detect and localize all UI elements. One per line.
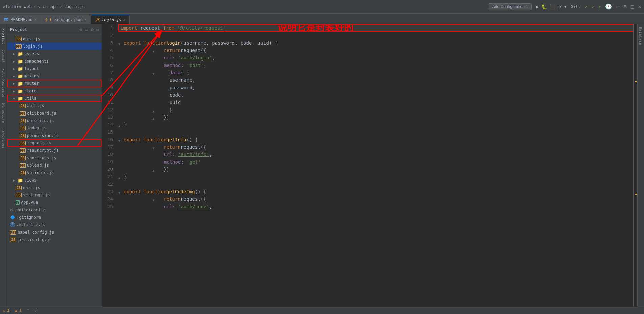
tree-item-shortcuts-js[interactable]: JS shortcuts.js — [7, 154, 102, 162]
fold-btn-13[interactable]: ▲ — [152, 115, 157, 120]
fold-btn-20[interactable]: ▲ — [152, 167, 157, 172]
more-icon[interactable]: ▾ — [564, 4, 567, 9]
code-line-7: ▼ data: { — [118, 69, 637, 76]
add-configuration-button[interactable]: Add Configuration... — [489, 3, 532, 10]
warning-count: ⚠ 2 — [3, 308, 9, 313]
tree-item-upload-js[interactable]: JS upload.js — [7, 162, 102, 169]
tree-item-datetime-js[interactable]: JS datetime.js — [7, 117, 102, 124]
tree-item-app-vue[interactable]: V App.vue — [7, 199, 102, 206]
tree-item-utils[interactable]: ▼ 📁 utils — [7, 95, 102, 102]
tree-item-jest-config[interactable]: JS jest.config.js — [7, 236, 102, 243]
tab-readme[interactable]: MD README.md ✕ — [0, 15, 41, 24]
code-line-17: ▼ return request({ — [118, 143, 637, 151]
tree-item-components[interactable]: ▶ 📁 components — [7, 57, 102, 65]
js-icon: JS — [20, 163, 26, 168]
sidebar-icon-circle[interactable]: ⊕ — [79, 27, 82, 32]
commit-panel-label[interactable]: Commit — [0, 47, 7, 66]
tab-package[interactable]: { } package.json ✕ — [41, 15, 91, 24]
tab-label-readme: README.md — [10, 17, 32, 22]
tree-item-permission-js[interactable]: JS permission.js — [7, 132, 102, 139]
tree-item-auth-js[interactable]: JS auth.js — [7, 102, 102, 110]
folder-icon: 📁 — [18, 74, 23, 79]
code-line-4: ▼ return request({ — [118, 47, 637, 54]
tree-item-layout[interactable]: ▶ 📁 layout — [7, 65, 102, 72]
code-line-22 — [118, 180, 637, 188]
scrollbar-marker-2 — [635, 194, 637, 195]
tree-label: permission.js — [27, 133, 59, 138]
database-panel-label[interactable]: Database — [638, 24, 644, 48]
breadcrumb-item-2: src — [37, 4, 45, 9]
breadcrumb-item-4: login.js — [64, 4, 85, 9]
tree-item-gitignore[interactable]: 🔷 .gitignore — [7, 214, 102, 221]
code-line-3: ▼export function login(username, passwor… — [118, 39, 637, 47]
scrollbar-marker-1 — [635, 81, 637, 82]
tree-item-views[interactable]: ▶ 📁 views — [7, 176, 102, 184]
git-expand-icon[interactable]: □ — [631, 3, 634, 10]
sidebar-icon-collapse[interactable]: ≡ — [85, 27, 88, 32]
tree-item-login-js[interactable]: JS login.js — [7, 43, 102, 50]
tree-label: auth.js — [27, 103, 44, 108]
fold-btn-14[interactable]: ▲ — [118, 122, 123, 127]
run-debug-icons: ▶ 🐛 ⬛ ↺ ▾ — [536, 4, 567, 9]
pull-requests-panel-label[interactable]: Pull Requests — [0, 66, 7, 100]
line-num-23: 23 — [102, 188, 113, 195]
tree-item-router[interactable]: ▶ 📁 router — [7, 80, 102, 87]
tree-item-rsaencrypt-js[interactable]: JS rsaEncrypt.js — [7, 147, 102, 154]
git-windows-icon[interactable]: ⊞ — [623, 3, 627, 10]
breadcrumb-item-1: eladmin-web — [3, 4, 32, 9]
js-icon: JS — [20, 134, 26, 138]
sidebar-title: Project — [10, 27, 77, 32]
code-editor[interactable]: 1 2 3 4 5 6 7 8 9 10 11 12 13 14 15 16 1… — [102, 24, 637, 307]
sidebar-icon-settings[interactable]: ⚙ — [91, 27, 93, 32]
fold-btn-12[interactable]: ▲ — [152, 107, 157, 112]
tree-item-index-js[interactable]: JS index.js — [7, 124, 102, 132]
favorites-panel-label[interactable]: Favorites — [0, 126, 7, 151]
git-up-icon: ↑ — [598, 4, 601, 9]
tab-close-readme[interactable]: ✕ — [34, 17, 37, 22]
git-undo-icon[interactable]: ↩ — [616, 3, 619, 10]
git-clock-icon[interactable]: 🕐 — [605, 3, 612, 10]
tree-item-eslintrc[interactable]: E .eslintrc.js — [7, 221, 102, 228]
tree-item-main-js[interactable]: JS main.js — [7, 184, 102, 191]
tree-item-babel-config[interactable]: JS babel.config.js — [7, 228, 102, 236]
tree-label: index.js — [27, 126, 47, 130]
tree-item-data-js[interactable]: JS data.js — [7, 35, 102, 43]
status-bar: ⚠ 2 ▲ 1 ^ v — [0, 307, 644, 314]
sidebar-icon-close[interactable]: ✕ — [96, 27, 99, 32]
code-line-15 — [118, 128, 637, 136]
tab-login[interactable]: JS login.js ✕ — [91, 15, 129, 24]
structure-panel-label[interactable]: Structure — [0, 100, 7, 126]
collapse-arrow: ▶ — [13, 178, 18, 182]
tab-close-package[interactable]: ✕ — [85, 17, 87, 22]
fold-btn-21[interactable]: ▲ — [118, 174, 123, 179]
nav-up-icon[interactable]: ^ — [27, 308, 29, 313]
router-wrapper: ▶ 📁 router — [7, 80, 102, 87]
js-icon: JS — [20, 126, 26, 130]
code-line-21: ▲} — [118, 173, 637, 180]
tree-label: .gitignore — [17, 215, 41, 220]
tree-item-settings-js[interactable]: JS settings.js — [7, 191, 102, 199]
debug-icon[interactable]: 🐛 — [541, 4, 547, 9]
git-close-icon[interactable]: ✕ — [638, 3, 641, 10]
project-panel-label[interactable]: Project — [0, 26, 7, 47]
sidebar-content: JS data.js JS login.js ▶ 📁 assets ▶ 📁 co… — [7, 35, 102, 307]
scrollbar[interactable] — [633, 24, 637, 307]
tree-item-mixins[interactable]: ▶ 📁 mixins — [7, 72, 102, 80]
tree-label: babel.config.js — [18, 230, 54, 235]
tab-close-login[interactable]: ✕ — [123, 18, 125, 22]
nav-down-icon[interactable]: v — [34, 308, 37, 313]
tree-item-editorconfig[interactable]: ⚙ .editorconfig — [7, 206, 102, 214]
code-line-20: ▲ }) — [118, 166, 637, 173]
tree-item-clipboard-js[interactable]: JS clipboard.js — [7, 110, 102, 117]
js-icon: JS — [20, 171, 26, 175]
tree-item-request-js[interactable]: JS request.js — [7, 139, 102, 147]
code-line-25: url: 'auth/code', — [118, 203, 637, 210]
tree-label: upload.js — [27, 163, 49, 168]
coverage-icon[interactable]: ⬛ — [550, 4, 555, 9]
tree-item-assets[interactable]: ▶ 📁 assets — [7, 50, 102, 57]
tree-item-store[interactable]: ▶ 📁 store — [7, 87, 102, 95]
run-icon[interactable]: ▶ — [536, 4, 539, 9]
tree-item-validate-js[interactable]: JS validate.js — [7, 169, 102, 176]
line-num-16: 16 — [102, 136, 113, 143]
rerun-icon[interactable]: ↺ — [558, 4, 561, 9]
